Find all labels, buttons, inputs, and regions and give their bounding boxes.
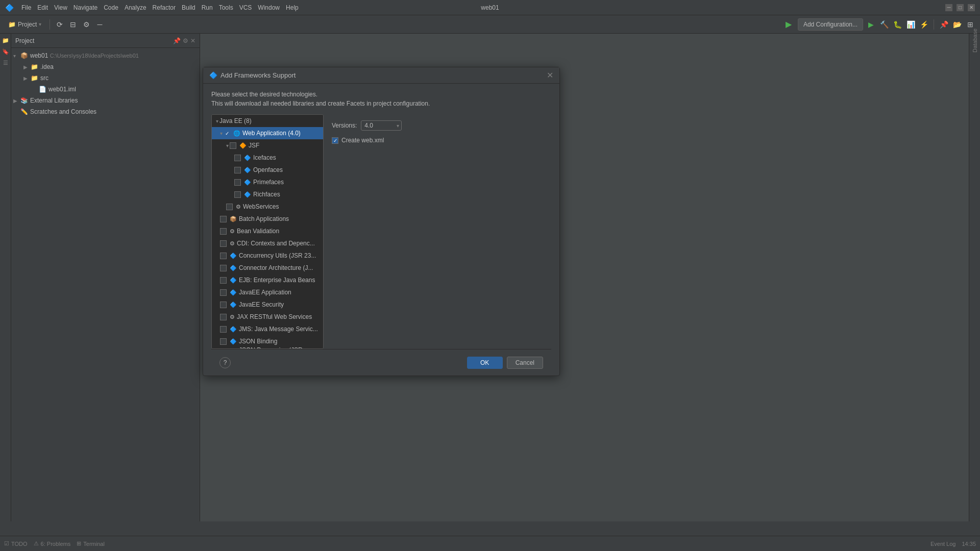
coverage-button[interactable]: 📊 xyxy=(905,19,916,30)
fw-item-cdi[interactable]: ⚙ CDI: Contexts and Depenc... xyxy=(212,237,323,249)
database-sidebar-icon[interactable]: Database xyxy=(970,36,979,45)
terminal-label: Terminal xyxy=(83,541,105,547)
fw-item-javaee-security[interactable]: 🔷 JavaEE Security xyxy=(212,298,323,311)
settings-panel-icon[interactable]: ⚙ xyxy=(183,37,188,44)
fw-checkbox-beanvalidation[interactable] xyxy=(220,228,227,235)
fw-checkbox-cdi[interactable] xyxy=(220,240,227,247)
dialog-content: ▾ Java EE (8) ▾ ✓ 🌐 Web Application (4.0… xyxy=(211,114,551,349)
status-terminal[interactable]: ⊞ Terminal xyxy=(77,540,105,547)
fw-item-jms[interactable]: 🔷 JMS: Java Message Servic... xyxy=(212,323,323,335)
fw-checkbox-webservices[interactable] xyxy=(226,204,233,210)
fw-item-richfaces[interactable]: 🔷 Richfaces xyxy=(212,188,323,201)
project-label-text: Project xyxy=(18,21,37,28)
tree-item-scratches[interactable]: ▶ ✏️ Scratches and Consoles xyxy=(11,106,200,117)
menu-edit[interactable]: Edit xyxy=(37,4,48,11)
settings-button[interactable]: ⚙ xyxy=(81,19,92,30)
maximize-button[interactable]: □ xyxy=(957,4,964,11)
fw-checkbox-batch[interactable] xyxy=(220,216,227,222)
fw-item-batch[interactable]: 📦 Batch Applications xyxy=(212,213,323,225)
fw-checkbox-javaeeapp[interactable] xyxy=(220,289,227,296)
status-problems[interactable]: ⚠ 6: Problems xyxy=(34,540,71,547)
tree-item-root[interactable]: ▾ 📦 web01 C:\Users\ysy18\IdeaProjects\we… xyxy=(11,50,200,61)
tree-idea-label: .idea xyxy=(40,63,54,70)
jms-icon: 🔷 xyxy=(230,326,237,333)
menu-code[interactable]: Code xyxy=(104,4,118,11)
profile-button[interactable]: ⚡ xyxy=(918,19,929,30)
status-event-log[interactable]: Event Log xyxy=(930,541,956,547)
menu-analyze[interactable]: Analyze xyxy=(125,4,146,11)
event-log-label: Event Log xyxy=(930,541,956,547)
fw-item-primefaces[interactable]: 🔷 Primefaces xyxy=(212,176,323,188)
panel-header: Project 📌 ⚙ ✕ xyxy=(11,34,200,48)
fw-item-jsf[interactable]: ▾ 🔶 JSF xyxy=(212,139,323,152)
fw-checkbox-icefaces[interactable] xyxy=(234,155,241,161)
pin-icon[interactable]: 📌 xyxy=(173,37,181,44)
menu-view[interactable]: View xyxy=(54,4,67,11)
cancel-button[interactable]: Cancel xyxy=(507,357,543,369)
fw-checkbox-richfaces[interactable] xyxy=(234,191,241,198)
fw-item-icefaces[interactable]: 🔷 Icefaces xyxy=(212,152,323,164)
dialog-close-button[interactable]: ✕ xyxy=(547,70,553,80)
close-panel-icon[interactable]: ✕ xyxy=(190,37,195,44)
menu-vcs[interactable]: VCS xyxy=(239,4,252,11)
open-folder-button[interactable]: 📂 xyxy=(951,19,963,30)
menu-help[interactable]: Help xyxy=(286,4,299,11)
project-sidebar-icon[interactable]: 📁 xyxy=(1,36,10,45)
fw-item-connector[interactable]: 🔷 Connector Architecture (J... xyxy=(212,262,323,274)
add-configuration-button[interactable]: Add Configuration... xyxy=(798,18,863,31)
fw-item-javaeeapp[interactable]: 🔷 JavaEE Application xyxy=(212,286,323,298)
fw-item-beanvalidation[interactable]: ⚙ Bean Validation xyxy=(212,225,323,237)
fw-checkbox-primefaces[interactable] xyxy=(234,179,241,186)
fw-item-ejb[interactable]: 🔷 EJB: Enterprise Java Beans xyxy=(212,274,323,286)
close-panel-button[interactable]: ─ xyxy=(94,19,105,30)
menu-file[interactable]: File xyxy=(21,4,31,11)
fw-item-beanvalidation-label: Bean Validation xyxy=(237,228,279,235)
fw-checkbox-jms[interactable] xyxy=(220,326,227,333)
fw-checkbox-jsonbinding[interactable] xyxy=(220,338,227,345)
close-window-button[interactable]: ✕ xyxy=(968,4,975,11)
fw-checkbox-concurrency[interactable] xyxy=(220,253,227,259)
collapse-button[interactable]: ⊟ xyxy=(67,19,79,30)
fw-item-webapp[interactable]: ▾ ✓ 🌐 Web Application (4.0) xyxy=(212,127,323,139)
fw-checkbox-connector[interactable] xyxy=(220,265,227,271)
fw-checkbox-jsf[interactable] xyxy=(230,142,236,149)
fw-checkbox-jax[interactable] xyxy=(220,314,227,320)
create-webxml-checkbox[interactable]: ✓ xyxy=(332,137,338,144)
run-button[interactable]: ▶ xyxy=(865,19,876,30)
structure-sidebar-icon[interactable]: ☰ xyxy=(1,58,10,67)
fw-item-jsonbinding[interactable]: 🔷 JSON Binding xyxy=(212,335,323,347)
fw-item-webservices[interactable]: ⚙ WebServices xyxy=(212,201,323,213)
menu-refactor[interactable]: Refactor xyxy=(153,4,176,11)
project-dropdown[interactable]: 📁 Project ▾ xyxy=(4,20,45,29)
menu-window[interactable]: Window xyxy=(258,4,280,11)
sync-button[interactable]: ⟳ xyxy=(54,19,65,30)
bookmark-sidebar-icon[interactable]: 🔖 xyxy=(1,47,10,56)
fw-checkbox-javaee-security[interactable] xyxy=(220,302,227,308)
tree-item-iml[interactable]: ▶ 📄 web01.iml xyxy=(11,84,200,95)
fw-item-openfaces[interactable]: 🔷 Openfaces xyxy=(212,164,323,176)
help-button[interactable]: ? xyxy=(219,357,231,368)
menu-tools[interactable]: Tools xyxy=(219,4,233,11)
menu-navigate[interactable]: Navigate xyxy=(74,4,97,11)
tree-item-libraries[interactable]: ▶ 📚 External Libraries xyxy=(11,95,200,106)
fw-item-batch-label: Batch Applications xyxy=(239,215,289,222)
version-select[interactable]: 3.0 3.1 4.0 xyxy=(361,120,402,131)
menu-run[interactable]: Run xyxy=(202,4,213,11)
status-todo[interactable]: ☑ TODO xyxy=(4,540,28,547)
fw-checkbox-openfaces[interactable] xyxy=(234,167,241,173)
tree-item-idea[interactable]: ▶ 📁 .idea xyxy=(11,61,200,72)
ok-button[interactable]: OK xyxy=(467,357,503,369)
title-bar-menu: File Edit View Navigate Code Analyze Ref… xyxy=(21,4,299,11)
fw-item-jax[interactable]: ⚙ JAX RESTful Web Services xyxy=(212,311,323,323)
tree-arrow-libs: ▶ xyxy=(13,98,19,104)
build-button[interactable]: 🔨 xyxy=(878,19,890,30)
bookmark-button[interactable]: 📌 xyxy=(938,19,949,30)
javaee-section-header[interactable]: ▾ Java EE (8) xyxy=(212,115,323,127)
fw-item-concurrency[interactable]: 🔷 Concurrency Utils (JSR 23... xyxy=(212,249,323,262)
fw-checkbox-ejb[interactable] xyxy=(220,277,227,284)
fw-checkbox-webapp[interactable]: ✓ xyxy=(224,130,230,137)
debug-button[interactable]: 🐛 xyxy=(892,19,903,30)
minimize-button[interactable]: ─ xyxy=(945,4,952,11)
menu-build[interactable]: Build xyxy=(182,4,195,11)
tree-item-src[interactable]: ▶ 📁 src xyxy=(11,72,200,84)
